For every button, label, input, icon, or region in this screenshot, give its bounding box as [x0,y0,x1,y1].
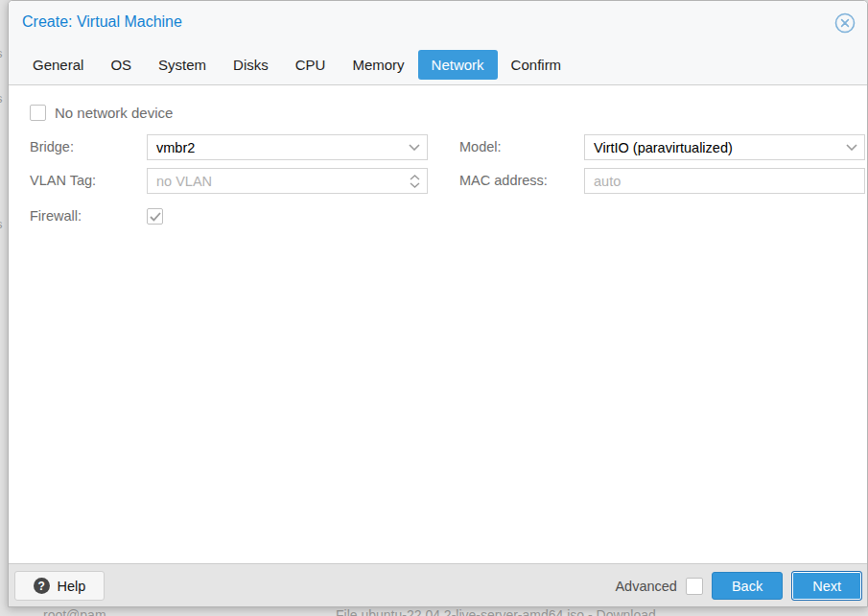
tab-disks[interactable]: Disks [220,50,282,80]
advanced-checkbox[interactable] [686,578,703,595]
tab-memory[interactable]: Memory [339,50,417,80]
mac-address-input[interactable] [585,169,864,193]
chevron-down-icon[interactable] [839,135,864,159]
advanced-label: Advanced [615,579,677,594]
tab-os[interactable]: OS [97,50,145,80]
bridge-combobox [147,134,428,160]
dialog-header: Create: Virtual Machine General OS Syste… [9,1,867,85]
background-text-fragment: t [0,130,8,145]
tab-general[interactable]: General [19,50,97,80]
background-text-fragment: s [0,46,8,60]
background-text-fragment: s [0,91,8,106]
vlan-tag-input[interactable] [148,169,402,193]
help-icon: ? [34,578,50,594]
background-download-text: File ubuntu-22.04.2-live-server-amd64.is… [336,607,656,616]
dialog-footer: ? Help Advanced Back Next [9,563,867,606]
model-label: Model: [459,134,502,160]
model-input[interactable] [585,135,839,159]
tab-network[interactable]: Network [418,50,498,80]
vlan-tag-spinnerfield [147,168,428,194]
next-button[interactable]: Next [791,571,862,601]
mac-address-label: MAC address: [459,168,548,194]
close-icon[interactable] [834,12,856,34]
firewall-checkbox[interactable] [147,208,163,225]
create-vm-dialog: Create: Virtual Machine General OS Syste… [8,0,868,607]
wizard-tabbar: General OS System Disks CPU Memory Netwo… [19,49,575,80]
background-username-text: root@pam [43,607,106,616]
mac-address-field [584,168,865,194]
vlan-tag-label: VLAN Tag: [30,168,96,194]
tab-cpu[interactable]: CPU [282,50,340,80]
no-network-device-checkbox[interactable] [30,105,46,121]
help-button-label: Help [58,579,86,594]
bridge-input[interactable] [148,135,402,159]
tab-confirm[interactable]: Confirm [498,50,575,80]
model-combobox [584,134,865,160]
dialog-title: Create: Virtual Machine [22,13,182,31]
tab-system[interactable]: System [145,50,220,80]
help-button[interactable]: ? Help [14,571,105,601]
footer-actions: Advanced Back Next [615,564,862,607]
network-tab-panel: No network device Bridge: VLAN Tag: Fire… [9,86,867,563]
background-text-fragment: s [0,217,8,231]
firewall-label: Firewall: [30,203,82,229]
back-button[interactable]: Back [712,572,783,600]
no-network-device-label: No network device [55,105,173,121]
chevron-down-icon[interactable] [402,135,427,159]
bridge-label: Bridge: [30,134,74,160]
spinner-up-down-icon[interactable] [402,169,427,193]
no-network-device-row: No network device [30,105,173,121]
